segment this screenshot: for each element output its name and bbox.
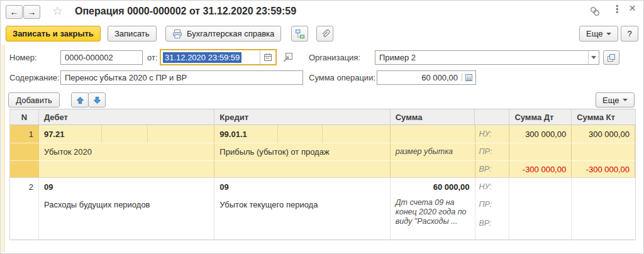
favorite-star-icon[interactable]: ☆ (52, 5, 63, 18)
debit-subconto[interactable]: Убыток 2020 (39, 143, 214, 160)
credit-subconto[interactable]: Прибыль (убыток) от продаж (214, 143, 389, 160)
sum-value[interactable]: 60 000,00 (391, 178, 475, 196)
calculator-button[interactable] (462, 74, 475, 82)
calendar-button[interactable] (260, 50, 275, 64)
chevron-down-icon (606, 33, 611, 35)
debit-account[interactable]: 09 (39, 178, 214, 196)
credit-account[interactable]: 99.01.1 (214, 125, 277, 143)
column-header-debit[interactable]: Дебет (39, 109, 214, 124)
related-documents-button[interactable] (291, 26, 308, 41)
table-row[interactable]: 2 09 Расходы будущих периодов 09 Убыток … (10, 178, 635, 240)
forward-arrow-icon: → (28, 7, 36, 17)
debit-extra-cell[interactable] (147, 125, 214, 143)
vr-dt-amount: -300 000,00 (509, 160, 571, 177)
open-organization-button[interactable] (603, 50, 619, 65)
save-and-close-label: Записать и закрыть (13, 29, 94, 38)
close-icon[interactable]: × (629, 3, 636, 13)
debit-column-cell[interactable]: 09 Расходы будущих периодов (39, 178, 214, 240)
save-button[interactable]: Записать (108, 26, 157, 41)
help-button[interactable]: ? (621, 26, 638, 41)
row-number: 1 (10, 125, 38, 139)
sum-column-cell[interactable]: размер убытка (391, 125, 475, 177)
flag-vr-label: ВР: (475, 160, 509, 177)
arrow-down-icon (93, 96, 101, 104)
column-header-credit[interactable]: Кредит (214, 109, 390, 124)
table-more-button[interactable]: Еще (596, 92, 635, 108)
organization-label: Организация: (309, 53, 360, 62)
debit-extra-cell[interactable] (101, 125, 147, 143)
accounting-reference-button[interactable]: Бухгалтерская справка (165, 26, 281, 41)
postings-table: N Дебет Кредит Сумма Сумма Дт Сумма Кт 1… (9, 109, 636, 240)
column-header-sum[interactable]: Сумма (391, 109, 475, 124)
number-label: Номер: (9, 53, 37, 62)
organization-value: Пример 2 (379, 53, 416, 62)
window-menu-dots-icon[interactable]: ⋮ (612, 4, 622, 14)
nav-forward-button[interactable]: → (23, 5, 40, 19)
debit-account[interactable]: 97.21 (39, 125, 101, 143)
edit-date-button[interactable] (282, 52, 294, 63)
operation-window: ← → ☆ Операция 0000-000002 от 31.12.2020… (0, 0, 644, 254)
window-left-strip (1, 45, 5, 252)
credit-column-cell[interactable]: 99.01.1 Прибыль (убыток) от продаж (214, 125, 390, 177)
pr-dt-amount (509, 196, 571, 214)
row-comment: Дт счета 09 на конец 2020 года по виду "… (391, 196, 475, 226)
content-input[interactable]: Перенос убытка 2020 с ПР и ВР (60, 70, 303, 85)
flag-pr-label: ПР: (475, 143, 509, 160)
flag-pr-label: ПР: (475, 196, 509, 214)
printer-icon (172, 29, 182, 39)
credit-subconto[interactable]: Убыток текущего периода (214, 196, 389, 214)
column-header-sum-dt[interactable]: Сумма Дт (509, 109, 572, 124)
arrow-up-icon (76, 96, 84, 104)
sum-kt-column-cell: 300 000,00 -300 000,00 (572, 125, 635, 177)
nav-back-button[interactable]: ← (6, 5, 23, 19)
flags-column-cell: НУ: ПР: ВР: (475, 178, 510, 240)
accounting-reference-label: Бухгалтерская справка (187, 29, 274, 38)
move-row-up-button[interactable] (71, 92, 89, 108)
number-input[interactable]: 0000-000002 (60, 50, 143, 65)
operation-amount-input[interactable]: 60 000,00 (377, 70, 476, 85)
paperclip-icon (320, 29, 330, 39)
debit-subconto[interactable]: Расходы будущих периодов (39, 196, 214, 214)
toolbar-more-button[interactable]: Еще (579, 26, 618, 41)
vr-dt-amount (509, 214, 571, 233)
flags-column-cell: НУ: ПР: ВР: (475, 125, 510, 177)
column-header-flags[interactable] (475, 109, 509, 124)
sum-column-cell[interactable]: 60 000,00 Дт счета 09 на конец 2020 года… (391, 178, 475, 240)
add-row-button[interactable]: Добавить (8, 92, 60, 108)
credit-account[interactable]: 09 (214, 178, 389, 196)
credit-extra-cell[interactable] (277, 125, 323, 143)
page-title: Операция 0000-000002 от 31.12.2020 23:59… (75, 6, 296, 17)
operation-amount-label: Сумма операции: (309, 73, 375, 82)
save-and-close-button[interactable]: Записать и закрыть (6, 26, 101, 41)
pr-kt-amount (572, 196, 635, 214)
calendar-icon (264, 53, 272, 62)
content-value: Перенос убытка 2020 с ПР и ВР (65, 73, 187, 82)
column-header-n[interactable]: N (10, 109, 39, 124)
credit-extra-cell[interactable] (322, 125, 389, 143)
nu-kt-amount: 300 000,00 (572, 125, 635, 143)
help-label: ? (627, 29, 631, 38)
row-number: 2 (10, 178, 38, 192)
combo-dropdown-zone[interactable] (588, 51, 599, 64)
credit-column-cell[interactable]: 09 Убыток текущего периода (214, 178, 390, 240)
link-icon[interactable] (589, 6, 601, 17)
column-header-sum-kt[interactable]: Сумма Кт (572, 109, 635, 124)
row-number-cell: 1 (10, 125, 39, 177)
open-in-window-icon (607, 53, 616, 62)
postings-table-header: N Дебет Кредит Сумма Сумма Дт Сумма Кт (10, 109, 635, 125)
row-comment: размер убытка (391, 143, 475, 160)
sum-value[interactable] (391, 125, 475, 143)
number-value: 0000-000002 (65, 53, 113, 62)
move-row-down-button[interactable] (88, 92, 106, 108)
attachments-button[interactable] (316, 26, 333, 41)
organization-combo[interactable]: Пример 2 (375, 50, 599, 65)
table-row[interactable]: 1 97.21 Убыток 2020 99.01.1 Прибыль (убы… (10, 125, 635, 178)
chevron-down-icon (591, 56, 596, 59)
nu-dt-amount (509, 178, 571, 196)
date-label: от: (147, 53, 158, 62)
date-input[interactable]: 31.12.2020 23:59:59 (160, 49, 277, 65)
nu-dt-amount: 300 000,00 (509, 125, 571, 143)
sum-dt-column-cell (509, 178, 572, 240)
subrow-separator (10, 143, 635, 143)
debit-column-cell[interactable]: 97.21 Убыток 2020 (39, 125, 214, 177)
